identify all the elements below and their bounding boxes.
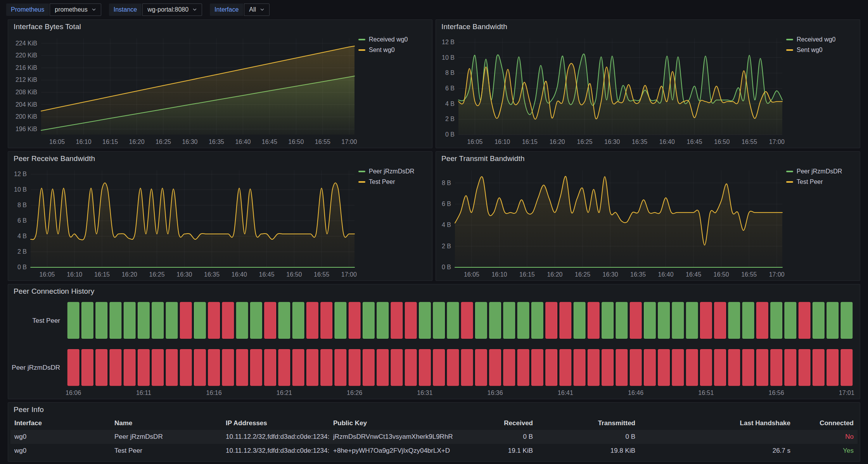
status-row-label: Test Peer xyxy=(32,317,60,324)
status-bar xyxy=(433,350,445,386)
status-bar xyxy=(630,350,641,386)
legend-label: Received wg0 xyxy=(369,36,408,43)
y-tick-label: 8 B xyxy=(442,180,451,186)
legend-label: Peer jRzmDsDR xyxy=(797,168,842,175)
status-bar xyxy=(461,302,473,339)
panel-header[interactable]: Peer Transmit Bandwidth xyxy=(436,152,860,166)
status-bar xyxy=(588,302,600,339)
interface-bytes-total-chart[interactable]: 16:0516:1016:1516:2016:2516:3016:3516:40… xyxy=(8,34,358,148)
legend-item[interactable]: Test Peer xyxy=(786,178,823,185)
table-cell: +8he+pyWH7Oa9g2FVjIxQzy04brLX+D xyxy=(329,447,470,455)
status-bar xyxy=(602,302,614,339)
column-header[interactable]: IP Addresses xyxy=(222,419,329,427)
status-bar xyxy=(475,302,487,339)
legend-item[interactable]: Sent wg0 xyxy=(786,47,823,54)
status-bar xyxy=(292,350,304,386)
status-bar xyxy=(236,302,248,339)
x-tick-label: 16:10 xyxy=(76,139,92,145)
x-tick-label: 16:30 xyxy=(603,271,618,278)
column-header[interactable]: Public Key xyxy=(329,419,470,427)
panel-header[interactable]: Interface Bandwidth xyxy=(436,20,860,34)
status-bar xyxy=(447,350,459,386)
series-area xyxy=(31,183,354,267)
table-cell: 19.1 KiB xyxy=(470,447,537,455)
variable-value: wg-portal:8080 xyxy=(147,6,188,13)
panel-title: Peer Connection History xyxy=(14,287,94,296)
x-tick-label: 16:31 xyxy=(417,390,432,396)
legend-item[interactable]: Received wg0 xyxy=(358,36,408,43)
column-header[interactable]: Transmitted xyxy=(537,419,639,427)
x-tick-label: 16:40 xyxy=(235,139,251,145)
status-bar xyxy=(363,350,375,386)
status-bar xyxy=(166,350,178,386)
peer-connection-history-chart[interactable]: Test PeerPeer jRzmDsDR16:0616:1116:1616:… xyxy=(8,298,860,399)
legend-item[interactable]: Peer jRzmDsDR xyxy=(786,168,842,175)
x-tick-label: 16:51 xyxy=(698,390,714,396)
status-bar xyxy=(377,302,389,339)
y-tick-label: 6 B xyxy=(17,217,27,224)
panel-header[interactable]: Interface Bytes Total xyxy=(8,20,432,34)
x-tick-label: 16:16 xyxy=(206,390,222,396)
status-bar xyxy=(138,302,150,339)
table-cell: 10.11.12.2/32,fdfd:d3ad:c0de:1234::1/128 xyxy=(222,433,329,441)
status-bar xyxy=(785,302,796,339)
status-bar xyxy=(658,350,670,386)
panel-peer-receive-bandwidth: Peer Receive Bandwidth 16:0516:1016:1516… xyxy=(8,151,432,281)
status-bar xyxy=(771,302,782,339)
x-tick-label: 16:21 xyxy=(277,390,292,396)
panel-header[interactable]: Peer Receive Bandwidth xyxy=(8,152,432,166)
interface-bandwidth-chart[interactable]: 16:0516:1016:1516:2016:2516:3016:3516:40… xyxy=(436,34,786,148)
column-header[interactable]: Interface xyxy=(10,419,111,427)
x-tick-label: 16:45 xyxy=(687,139,702,145)
variable-select-instance[interactable]: wg-portal:8080 xyxy=(142,3,202,16)
x-tick-label: 16:55 xyxy=(314,271,329,278)
status-bar xyxy=(335,302,346,339)
status-bar xyxy=(208,302,220,339)
variable-select-interface[interactable]: All xyxy=(244,3,270,16)
status-bar xyxy=(461,350,473,386)
column-header[interactable]: Connected xyxy=(794,419,858,427)
y-tick-label: 2 B xyxy=(442,243,451,249)
variable-select-prometheus[interactable]: prometheus xyxy=(50,3,101,16)
status-bar xyxy=(799,302,810,339)
column-header[interactable]: Last Handshake xyxy=(639,419,794,427)
x-tick-label: 16:30 xyxy=(604,139,620,145)
status-bar xyxy=(503,302,515,339)
status-bar xyxy=(616,350,628,386)
status-bar xyxy=(321,350,332,386)
status-bar xyxy=(841,350,852,386)
legend-label: Sent wg0 xyxy=(797,47,823,54)
peer-transmit-bandwidth-chart[interactable]: 16:0516:1016:1516:2016:2516:3016:3516:40… xyxy=(436,166,786,280)
x-tick-label: 16:55 xyxy=(315,139,330,145)
x-tick-label: 16:05 xyxy=(49,139,65,145)
x-tick-label: 16:10 xyxy=(67,271,82,278)
column-header[interactable]: Received xyxy=(470,419,537,427)
panel-peer-info: Peer Info InterfaceNameIP AddressesPubli… xyxy=(8,402,860,462)
peer-receive-bandwidth-chart[interactable]: 16:0516:1016:1516:2016:2516:3016:3516:40… xyxy=(8,166,358,280)
y-tick-label: 208 KiB xyxy=(16,89,37,95)
x-tick-label: 16:35 xyxy=(204,271,220,278)
status-bar xyxy=(447,302,459,339)
legend-item[interactable]: Sent wg0 xyxy=(358,47,395,54)
legend-item[interactable]: Test Peer xyxy=(358,178,395,185)
y-tick-label: 12 B xyxy=(442,39,455,45)
column-header[interactable]: Name xyxy=(111,419,222,427)
status-bar xyxy=(236,350,248,386)
panel-header[interactable]: Peer Connection History xyxy=(8,284,860,298)
x-tick-label: 16:36 xyxy=(488,390,503,396)
status-bar xyxy=(700,302,712,339)
x-tick-label: 17:01 xyxy=(839,390,854,396)
legend-item[interactable]: Received wg0 xyxy=(786,36,836,43)
panel-header[interactable]: Peer Info xyxy=(8,403,860,417)
x-tick-label: 16:20 xyxy=(547,271,562,278)
legend-item[interactable]: Peer jRzmDsDR xyxy=(358,168,414,175)
status-bar xyxy=(517,350,529,386)
status-bar xyxy=(686,302,698,339)
legend-label: Peer jRzmDsDR xyxy=(369,168,414,175)
x-tick-label: 16:50 xyxy=(286,271,302,278)
panel-title: Interface Bandwidth xyxy=(441,23,507,31)
table-cell: 10.11.12.3/32,fdfd:d3ad:c0de:1234::2/128 xyxy=(222,447,329,455)
y-tick-label: 2 B xyxy=(17,248,27,255)
series-color-swatch xyxy=(786,49,793,51)
peer-transmit-bandwidth-svg: 16:0516:1016:1516:2016:2516:3016:3516:40… xyxy=(436,166,786,280)
